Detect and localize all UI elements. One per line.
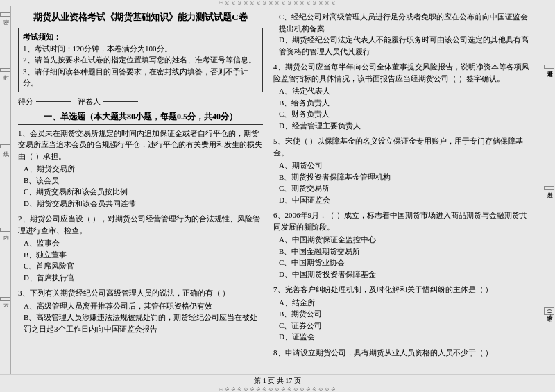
- seal-label-1: 密: [0, 12, 10, 17]
- option-6d: D、中国期货投资者保障基金: [279, 269, 529, 280]
- page-footer: 第 1 页 共 17 页: [0, 374, 555, 386]
- question-2-options: A、监事会 B、独立董事 C、首席风险官 D、首席执行官: [18, 237, 263, 283]
- question-6: 6、2006年9月，（ ）成立，标志着中国期货市场进入商品期货与金融期货共同发展…: [273, 210, 529, 280]
- question-6-options: A、中国期货保证金监控中心 B、中国金融期货交易所 C、中国期货业协会 D、中国…: [273, 234, 529, 280]
- question-3-cont-options: C、经纪公司对高级管理人员进行足分或者免职的应在公布前向中国证监会提出机构备案 …: [273, 11, 529, 57]
- notice-item-1: 1、考试时间：120分钟，本卷满分为100分。: [23, 43, 258, 55]
- option-3c: C、经纪公司对高级管理人员进行足分或者免职的应在公布前向中国证监会提出机构备案: [279, 11, 529, 34]
- option-5d: D、中国证监会: [279, 194, 529, 206]
- option-6c: C、中国期货业协会: [279, 257, 529, 269]
- option-4a: A、法定代表人: [279, 85, 529, 97]
- score-item: 得分: [18, 96, 71, 107]
- question-8: 8、申请设立期货公司，具有期货从业人员资格的人员不少于（ ）: [273, 347, 529, 359]
- question-6-text: 6、2006年9月，（ ）成立，标志着中国期货市场进入商品期货与金融期货共同发展…: [273, 210, 529, 232]
- question-5-options: A、期货公司 B、期货投资者保障基金管理机构 C、期货交易所 D、中国证监会: [273, 160, 529, 205]
- question-5-text: 5、宋使（ ）以保障基金的名义设立保证金专用账户，用于专门存储保障基金。: [273, 135, 529, 158]
- left-column: 期货从业资格考试《期货基础知识》能力测试试题C卷 考试须知： 1、考试时间：12…: [18, 11, 266, 368]
- option-4b: B、给务负责人: [279, 97, 529, 109]
- question-8-text: 8、申请设立期货公司，具有期货从业人员资格的人员不少于（ ）: [273, 347, 529, 359]
- option-3a: A、高级管理人员离开推荐公司后，其管任职资格仍有效: [24, 300, 263, 312]
- question-1: 1、会员未在期货交易所规定的时间内追加保证金或者自行平仓的，期货交易所应当追求会…: [18, 128, 263, 210]
- option-5a: A、期货公司: [279, 160, 529, 171]
- right-label-name: 姓名: [544, 186, 554, 190]
- option-2b: B、独立董事: [24, 249, 263, 261]
- question-2: 2、期货公司应当设（ ），对期货公司经营管理行为的合法规性、风险管理进行查审、检…: [18, 213, 263, 283]
- notice-item-2: 2、请首先按要求在试卷的指定位置填写您的姓名、准考证号等信息。: [23, 54, 258, 66]
- option-1a: A、期货交易所: [24, 163, 263, 175]
- seal-label-3: 线: [0, 144, 10, 148]
- section-one-title: 一、单选题（本大题共80小题，每题0.5分，共40分）: [18, 111, 263, 125]
- option-2d: D、首席执行官: [24, 272, 263, 284]
- question-2-text: 2、期货公司应当设（ ），对期货公司经营管理行为的合法规性、风险管理进行查审、检…: [18, 213, 263, 236]
- seal-label-2: 封: [0, 68, 10, 72]
- scissors-bottom-icon: ✂: [219, 386, 225, 393]
- reviewer-label: 评卷人: [78, 96, 101, 107]
- question-3-text: 3、下列有关期货经纪公司高级管理人员的说法，正确的有（ ）: [18, 287, 263, 299]
- option-5c: C、期货交易所: [279, 182, 529, 194]
- notice-title: 考试须知：: [23, 31, 258, 43]
- right-margin: 准考证号 姓名 省(市区): [543, 6, 555, 374]
- score-underline: [36, 101, 71, 102]
- option-7c: C、证券公司: [279, 320, 529, 332]
- footer-text: 第 1 页 共 17 页: [254, 376, 301, 386]
- top-cut-mark: ✂ ※※※※※※※※※※※※※※※※※※: [0, 0, 555, 6]
- option-6b: B、中国金融期货交易所: [279, 246, 529, 257]
- option-7a: A、结金所: [279, 297, 529, 309]
- option-7d: D、证监会: [279, 331, 529, 343]
- question-3-options: A、高级管理人员离开推荐公司后，其管任职资格仍有效 B、高级管理人员涉嫌违法法规…: [18, 300, 263, 335]
- question-1-text: 1、会员未在期货交易所规定的时间内追加保证金或者自行平仓的，期货交易所应当追求会…: [18, 128, 263, 162]
- question-7: 7、完善客户纠纷处理机制，及时化解和关于惜纠纷的主体是（ ） A、结金所 B、期…: [273, 284, 529, 343]
- page-wrapper: ✂ ※※※※※※※※※※※※※※※※※※ 密 封 线 内 不 期货从业资格考试《…: [0, 0, 555, 392]
- left-margin: 密 封 线 内 不: [0, 6, 11, 374]
- score-box: 得分 评卷人: [18, 96, 263, 107]
- question-3: 3、下列有关期货经纪公司高级管理人员的说法，正确的有（ ） A、高级管理人员离开…: [18, 287, 263, 334]
- bottom-cut-mark: ✂ ※※※※※※※※※※※※※※※※※※: [0, 386, 555, 392]
- option-2a: A、监事会: [24, 237, 263, 249]
- option-1d: D、期货交易所和该会员共同连带: [24, 198, 263, 210]
- seal-label-4: 内: [0, 228, 10, 232]
- option-2c: C、首席风险官: [24, 260, 263, 272]
- question-7-options: A、结金所 B、期货公司 C、证券公司 D、证监会: [273, 297, 529, 343]
- question-4-text: 4、期货公司应当每半年向公司全体董事提交风险报告，说明净资本等各项风险监管指标的…: [273, 61, 529, 84]
- option-5b: B、期货投资者保障基金管理机构: [279, 171, 529, 183]
- option-3b: B、高级管理人员涉嫌违法法规被规处罚的，期货经纪公司应当在被处罚之日起3个工作日…: [24, 312, 263, 334]
- question-5: 5、宋使（ ）以保障基金的名义设立保证金专用账户，用于专门存储保障基金。 A、期…: [273, 135, 529, 205]
- option-4d: D、经营管理主要负责人: [279, 120, 529, 132]
- question-1-options: A、期货交易所 B、该会员 C、期货交易所和该会员按比例 D、期货交易所和该会员…: [18, 163, 263, 209]
- question-4: 4、期货公司应当每半年向公司全体董事提交风险报告，说明净资本等各项风险监管指标的…: [273, 61, 529, 131]
- right-label-exam-num: 准考证号: [544, 65, 554, 69]
- content-area: 期货从业资格考试《期货基础知识》能力测试试题C卷 考试须知： 1、考试时间：12…: [11, 6, 543, 374]
- question-3-cont: C、经纪公司对高级管理人员进行足分或者免职的应在公布前向中国证监会提出机构备案 …: [273, 11, 529, 57]
- question-7-text: 7、完善客户纠纷处理机制，及时化解和关于惜纠纷的主体是（ ）: [273, 284, 529, 296]
- reviewer-item: 评卷人: [78, 96, 138, 107]
- option-6a: A、中国期货保证金监控中心: [279, 234, 529, 246]
- notice-item-3: 3、请仔细阅读各种题目的回答要求，在密封线内填答，否则不予计分。: [23, 66, 258, 89]
- option-3d: D、期货经纪公司法定代表人不能履行职务时可由该公司选定的其他具有高管资格的管理人…: [279, 34, 529, 57]
- notice-box: 考试须知： 1、考试时间：120分钟，本卷满分为100分。 2、请首先按要求在试…: [18, 28, 263, 92]
- option-4c: C、财务负责人: [279, 108, 529, 120]
- score-label: 得分: [18, 96, 33, 107]
- option-1b: B、该会员: [24, 175, 263, 187]
- option-1c: C、期货交易所和该会员按比例: [24, 186, 263, 198]
- option-7b: B、期货公司: [279, 308, 529, 320]
- page-title: 期货从业资格考试《期货基础知识》能力测试试题C卷: [18, 11, 263, 24]
- right-column: C、经纪公司对高级管理人员进行足分或者免职的应在公布前向中国证监会提出机构备案 …: [271, 11, 529, 368]
- right-label-province: 省(市区): [544, 307, 554, 315]
- seal-label-5: 不: [0, 297, 10, 301]
- question-4-options: A、法定代表人 B、给务负责人 C、财务负责人 D、经营管理主要负责人: [273, 85, 529, 131]
- reviewer-underline: [103, 101, 138, 102]
